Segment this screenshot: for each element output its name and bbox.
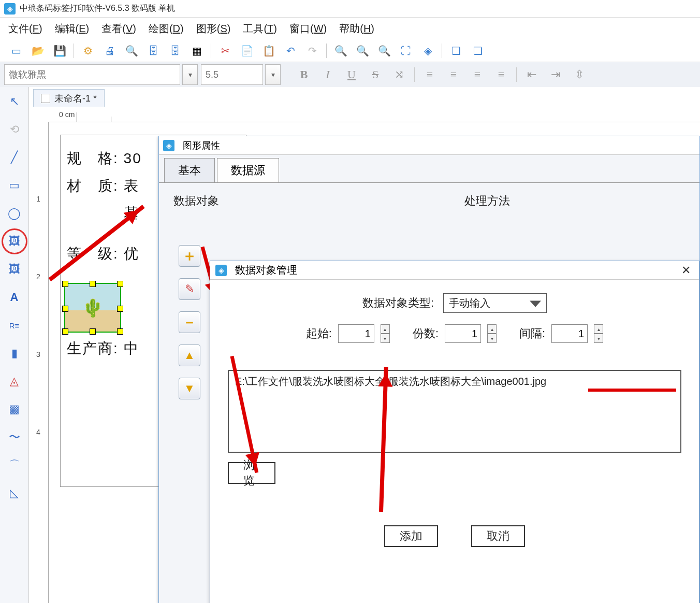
section-data-object: 数据对象: [173, 193, 219, 209]
image2-tool-icon[interactable]: 🖼: [4, 259, 25, 280]
gear-icon[interactable]: ⚙: [79, 42, 97, 60]
move-down-button[interactable]: ▼: [179, 378, 200, 399]
font-family-dropdown-icon[interactable]: ▾: [182, 64, 198, 85]
document-tab[interactable]: 未命名-1 *: [33, 89, 105, 107]
copies-input[interactable]: [445, 324, 481, 343]
align-left-icon[interactable]: ≡: [419, 64, 441, 85]
font-family-input[interactable]: [4, 64, 180, 85]
arc-tool-icon[interactable]: ⌒: [4, 455, 25, 476]
move-up-button[interactable]: ▲: [179, 344, 200, 366]
cut-icon[interactable]: ✂: [216, 42, 234, 60]
bring-front-icon[interactable]: ❏: [447, 42, 465, 60]
align-justify-icon[interactable]: ≡: [490, 64, 512, 85]
cancel-button[interactable]: 取消: [471, 525, 525, 547]
tab-basic[interactable]: 基本: [164, 158, 215, 182]
copies-label: 份数:: [413, 326, 439, 341]
menu-help[interactable]: 帮助(H): [339, 22, 374, 36]
text-tool-icon[interactable]: A: [4, 287, 25, 308]
barcode-tool-icon[interactable]: ▮: [4, 343, 25, 364]
zoom-in-icon[interactable]: 🔍: [332, 42, 349, 60]
annotation-underline: [588, 389, 676, 392]
graphic-properties-window: ◈ 图形属性 基本 数据源 数据对象 处理方法 ＋ ✎ － ▲ ▼ ◈ 数据对象…: [158, 136, 700, 603]
open-icon[interactable]: 📂: [29, 42, 47, 60]
curve-tool-icon[interactable]: 〜: [4, 427, 25, 448]
menu-view[interactable]: 查看(V): [101, 22, 136, 36]
interval-spinner[interactable]: ▴▾: [594, 324, 603, 343]
database-icon[interactable]: 🗄: [144, 42, 162, 60]
richtext-tool-icon[interactable]: R≡: [4, 315, 25, 336]
menu-edit[interactable]: 编辑(E): [55, 22, 90, 36]
start-input[interactable]: [338, 324, 374, 343]
rect-tool-icon[interactable]: ▭: [4, 175, 25, 196]
strike-button[interactable]: S: [364, 64, 386, 85]
fit-page-icon[interactable]: ◈: [419, 42, 436, 60]
add-object-button[interactable]: ＋: [179, 245, 200, 267]
send-back-icon[interactable]: ❏: [469, 42, 487, 60]
underline-button[interactable]: U: [341, 64, 362, 85]
italic-button[interactable]: I: [317, 64, 339, 85]
menu-draw[interactable]: 绘图(D): [149, 22, 184, 36]
new-doc-icon[interactable]: ▭: [7, 42, 25, 60]
chevron-down-icon: [530, 297, 541, 309]
database-sync-icon[interactable]: 🗄: [166, 42, 184, 60]
add-button[interactable]: 添加: [384, 525, 438, 547]
start-label: 起始:: [306, 326, 332, 341]
menu-tools[interactable]: 工具(T): [243, 22, 277, 36]
zoom-out-icon[interactable]: 🔍: [354, 42, 371, 60]
ruler-horizontal: 0 cm: [49, 109, 700, 122]
zoom-reset-icon[interactable]: 🔍: [375, 42, 393, 60]
ruler-h-label: 0 cm: [59, 110, 75, 119]
image-tool-icon[interactable]: 🖼: [4, 231, 25, 252]
data-object-dialog: ◈ 数据对象管理 ✕ 数据对象类型: 手动输入 起始: ▴▾ 份数:: [210, 261, 699, 603]
line-tool-icon[interactable]: ╱: [4, 147, 25, 168]
interval-input[interactable]: [551, 324, 588, 343]
spacing-icon[interactable]: ⇳: [568, 64, 590, 85]
menu-graphic[interactable]: 图形(S): [196, 22, 231, 36]
selected-image[interactable]: 🌵: [64, 283, 121, 333]
menu-window[interactable]: 窗口(W): [289, 22, 327, 36]
dialog-titlebar[interactable]: ◈ 数据对象管理 ✕: [210, 261, 699, 280]
close-icon[interactable]: ✕: [678, 264, 694, 277]
grid-icon[interactable]: ▦: [188, 42, 206, 60]
align-center-icon[interactable]: ≡: [443, 64, 464, 85]
ruler-vertical: 1 2 3 4: [34, 122, 49, 603]
ellipse-tool-icon[interactable]: ◯: [4, 203, 25, 224]
outdent-icon[interactable]: ⇥: [545, 64, 566, 85]
copy-icon[interactable]: 📄: [238, 42, 256, 60]
title-bar: ◈ 中琅条码标签打印软件-V6.5.3 数码版 单机: [0, 0, 700, 18]
copies-spinner[interactable]: ▴▾: [487, 324, 497, 343]
path-textarea[interactable]: E:\工作文件\服装洗水唛图标大全\服装洗水唛图标大全\image001.jpg: [228, 370, 681, 453]
polygon-tool-icon[interactable]: ◺: [4, 483, 25, 504]
type-select[interactable]: 手动输入: [443, 293, 547, 313]
remove-object-button[interactable]: －: [179, 311, 200, 333]
undo-icon[interactable]: ↶: [282, 42, 299, 60]
font-size-dropdown-icon[interactable]: ▾: [265, 64, 281, 85]
fit-screen-icon[interactable]: ⛶: [397, 42, 415, 60]
menu-file[interactable]: 文件(F): [8, 22, 42, 36]
print-icon[interactable]: 🖨: [101, 42, 119, 60]
properties-icon: ◈: [163, 140, 174, 151]
pointer-tool-icon[interactable]: ↖: [4, 91, 25, 112]
edit-object-button[interactable]: ✎: [179, 278, 200, 300]
paste-icon[interactable]: 📋: [260, 42, 278, 60]
qrcode-tool-icon[interactable]: ◬: [4, 371, 25, 392]
start-spinner[interactable]: ▴▾: [381, 324, 390, 343]
tab-datasource[interactable]: 数据源: [217, 158, 279, 182]
properties-titlebar[interactable]: ◈ 图形属性: [159, 136, 699, 155]
bold-button[interactable]: B: [293, 64, 315, 85]
direction-button[interactable]: ⤭: [388, 64, 410, 85]
save-icon[interactable]: 💾: [51, 42, 68, 60]
data-object-buttons: ＋ ✎ － ▲ ▼: [179, 245, 200, 399]
menu-bar: 文件(F) 编辑(E) 查看(V) 绘图(D) 图形(S) 工具(T) 窗口(W…: [0, 18, 700, 40]
section-process-method: 处理方法: [464, 193, 510, 209]
ruler-v-4: 4: [36, 428, 40, 436]
indent-icon[interactable]: ⇤: [521, 64, 543, 85]
qr-tool-icon[interactable]: ▩: [4, 399, 25, 420]
interval-label: 间隔:: [519, 326, 545, 341]
font-size-input[interactable]: [201, 64, 263, 85]
align-right-icon[interactable]: ≡: [466, 64, 488, 85]
preview-icon[interactable]: 🔍: [123, 42, 140, 60]
rotate-tool-icon[interactable]: ⟲: [4, 119, 25, 140]
ruler-v-1: 1: [36, 195, 40, 203]
redo-icon[interactable]: ↷: [303, 42, 321, 60]
